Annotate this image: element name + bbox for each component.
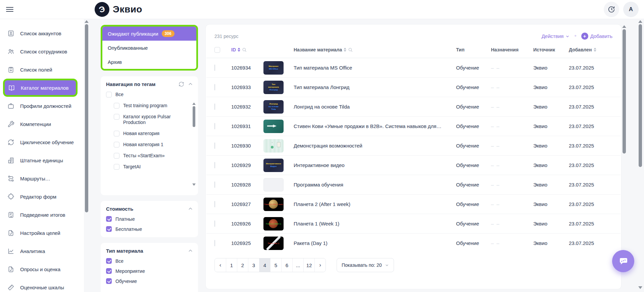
checkbox[interactable] — [106, 278, 112, 284]
scrollbar-thumb[interactable] — [639, 24, 642, 167]
checkbox[interactable] — [214, 142, 215, 149]
column-header-type[interactable]: Тип — [456, 47, 464, 52]
filter-option[interactable]: Бесплатные — [106, 226, 193, 232]
table-row[interactable]: 1026933ТипматериалаЛонгридТип материала … — [206, 77, 621, 97]
tag-filter-item[interactable]: Каталог курсов Pulsar Production — [114, 114, 186, 125]
column-header-source[interactable]: Источник — [533, 47, 555, 52]
scrollbar-thumb[interactable] — [193, 106, 195, 127]
sidebar-item-staff-units[interactable]: Штатные единицы — [4, 153, 77, 168]
page-button-5[interactable]: 5 — [270, 258, 281, 272]
table-row[interactable]: 1026926Планета 1 (Week 1)Планета 1 (Week… — [206, 214, 621, 233]
checkbox[interactable] — [214, 181, 215, 188]
table-row[interactable]: 1026930Демонстрация возможностейОбучение… — [206, 136, 621, 155]
checkbox[interactable] — [214, 201, 215, 207]
filter-option[interactable]: Все — [106, 258, 193, 264]
chat-fab-button[interactable] — [612, 250, 634, 272]
checkbox[interactable] — [114, 131, 119, 136]
collapse-chevron-up-icon[interactable] — [188, 81, 193, 87]
scroll-down-arrow-icon[interactable] — [192, 183, 196, 186]
tags-scrollbar[interactable] — [192, 102, 196, 186]
hamburger-menu-icon[interactable] — [6, 6, 13, 13]
checkbox[interactable] — [114, 142, 119, 148]
page-ellipsis[interactable]: ... — [292, 258, 303, 272]
tag-filter-item[interactable]: Все — [106, 92, 186, 97]
select-all-checkbox[interactable] — [214, 47, 220, 53]
add-button[interactable]: + Добавить — [581, 33, 612, 40]
tag-filter-item[interactable]: Новая категория 1 — [114, 142, 186, 148]
sidebar-item-scales[interactable]: Оценочные шкалы — [4, 280, 77, 292]
page-button-6[interactable]: 6 — [281, 258, 292, 272]
checkbox[interactable] — [114, 114, 119, 120]
checkbox[interactable] — [106, 268, 112, 274]
sidebar-item-job-profiles[interactable]: Профили должностей — [4, 98, 77, 113]
scroll-up-arrow-icon[interactable] — [85, 20, 89, 23]
table-row[interactable]: 1026929ИнтерактивноеВидеоИнтерактивное в… — [206, 155, 621, 175]
checkbox[interactable] — [114, 103, 119, 109]
sidebar-item-surveys[interactable]: Опросы и оценка — [4, 262, 77, 277]
sidebar-item-routes[interactable]: Маршруты… — [4, 171, 77, 186]
sidebar-item-analytics[interactable]: Аналитика — [4, 244, 77, 258]
sidebar-item-summaries[interactable]: Подведение итогов — [4, 207, 77, 222]
checkbox[interactable] — [214, 84, 215, 90]
page-size-select[interactable]: Показывать по: 20 — [337, 258, 394, 272]
tag-filter-item[interactable]: Тесты «StartExam» — [114, 153, 186, 159]
table-scrollbar[interactable] — [622, 25, 627, 267]
column-header-name[interactable]: Название материала — [294, 47, 342, 52]
sidebar-item-goals[interactable]: Настройка целей — [4, 225, 77, 240]
table-row[interactable]: 1026932Лонгридна основеTildaЛонгрид на о… — [206, 97, 621, 116]
column-header-added[interactable]: Добавлен — [569, 47, 592, 52]
column-header-assignments[interactable]: Назначения — [491, 47, 518, 52]
sidebar-item-accounts[interactable]: Список аккаунтов — [4, 26, 77, 41]
tab-published[interactable]: Опубликованные — [102, 41, 196, 55]
tag-filter-item[interactable]: TargetAI — [114, 164, 186, 170]
checkbox[interactable] — [214, 240, 215, 246]
checkbox[interactable] — [214, 162, 215, 168]
table-row[interactable]: 1026934МатериалMS OfficeТип материала MS… — [206, 58, 621, 77]
sidebar-item-employees[interactable]: Список сотрудников — [4, 44, 77, 59]
scroll-up-arrow-icon[interactable] — [192, 102, 196, 105]
checkbox[interactable] — [106, 258, 112, 264]
sort-icon[interactable] — [344, 48, 346, 52]
sidebar-item-cyclic[interactable]: Циклическое обучение — [4, 135, 77, 150]
checkbox[interactable] — [214, 103, 215, 110]
tab-archive[interactable]: Архив — [102, 55, 196, 69]
prev-page-button[interactable]: ‹ — [215, 258, 226, 272]
checkbox[interactable] — [106, 226, 112, 232]
refresh-icon[interactable] — [179, 81, 184, 87]
scroll-up-arrow-icon[interactable] — [638, 20, 642, 23]
checkbox[interactable] — [214, 65, 215, 71]
sidebar-item-catalog[interactable]: Каталог материалов — [5, 80, 76, 95]
checkbox[interactable] — [114, 153, 119, 159]
table-row[interactable]: 1026927Планета 2 (After 1 week)Планета 2… — [206, 194, 621, 214]
history-clock-button[interactable] — [604, 2, 619, 17]
sidebar-item-competencies[interactable]: Компетенции — [4, 117, 77, 131]
checkbox[interactable] — [106, 92, 112, 97]
page-button-1[interactable]: 1 — [226, 258, 237, 272]
scroll-down-arrow-icon[interactable] — [638, 286, 642, 289]
page-button-3[interactable]: 3 — [248, 258, 259, 272]
app-logo[interactable]: Э Эквио — [95, 2, 142, 17]
actions-dropdown-button[interactable]: Действия — [542, 33, 570, 39]
table-row[interactable]: 1026928Программа обученияОбучение– –Экви… — [206, 175, 621, 194]
filter-option[interactable]: Платные — [106, 216, 193, 222]
collapse-chevron-up-icon[interactable] — [188, 248, 193, 254]
filter-option[interactable]: Обучение — [106, 278, 193, 284]
tag-filter-item[interactable]: Новая категория — [114, 131, 186, 136]
sort-icon[interactable] — [594, 48, 596, 52]
page-button-4[interactable]: 4 — [259, 258, 270, 272]
table-row[interactable]: 1026931Стивен Кови «Умные продажи в B2B»… — [206, 116, 621, 136]
search-icon[interactable] — [242, 47, 247, 52]
page-button-2[interactable]: 2 — [237, 258, 248, 272]
checkbox[interactable] — [214, 123, 215, 129]
user-avatar[interactable]: A — [623, 2, 639, 17]
table-row[interactable]: 1026925Ракета (Day 1)Ракета (Day 1)Обуче… — [206, 233, 621, 253]
search-icon[interactable] — [348, 47, 353, 52]
filter-option[interactable]: Мероприятие — [106, 268, 193, 274]
collapse-chevron-up-icon[interactable] — [188, 206, 193, 212]
sidebar-item-fields[interactable]: Список полей — [4, 62, 77, 77]
column-header-id[interactable]: ID — [231, 47, 236, 52]
checkbox[interactable] — [114, 164, 119, 170]
next-page-button[interactable]: › — [314, 258, 326, 272]
tab-pending[interactable]: Ожидают публикации306 — [102, 27, 196, 41]
scroll-up-arrow-icon[interactable] — [622, 25, 626, 28]
